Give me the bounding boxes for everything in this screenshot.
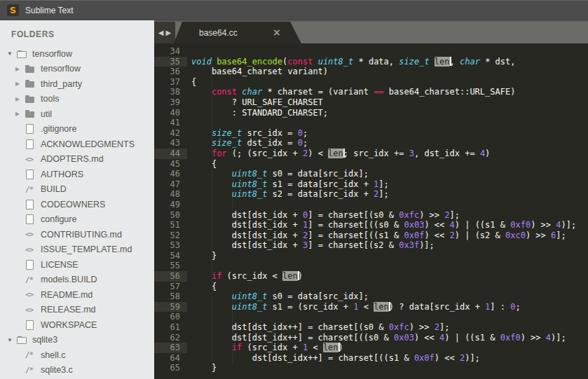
- line-number: 62: [154, 333, 187, 343]
- sidebar-item-readme-md[interactable]: <>README.md: [0, 287, 154, 303]
- code-line-64[interactable]: 64 dst[dst_idx++] = charset[((s1 & 0x0f)…: [154, 353, 588, 364]
- code-line-38[interactable]: 38 const char * charset = (variant == ba…: [154, 87, 588, 97]
- sidebar-item-sqlite3[interactable]: ▼sqlite3: [0, 333, 154, 348]
- code-line-61[interactable]: 61 dst[dst_idx++] = charset[(s0 & 0xfc) …: [154, 322, 588, 333]
- sidebar-item-third-party[interactable]: ▶third_party: [0, 76, 154, 92]
- tab-close-icon[interactable]: ×: [273, 27, 281, 38]
- folder-icon: [25, 97, 34, 103]
- chevron-expanded-icon[interactable]: ▼: [7, 337, 17, 343]
- code-line-43[interactable]: 43 size_t dst_idx = 0;: [154, 138, 588, 149]
- code-editor[interactable]: 3435void base64_encode(const uint8_t * d…: [154, 43, 588, 379]
- tab-scroll-right-icon[interactable]: ▶: [166, 29, 172, 36]
- sidebar-item-tensorflow[interactable]: ▼tensorflow: [0, 46, 154, 62]
- code-line-57[interactable]: 57 {: [154, 282, 588, 292]
- sidebar-item-authors[interactable]: AUTHORS: [0, 167, 154, 182]
- line-number: 54: [154, 251, 187, 261]
- line-number: 39: [154, 97, 187, 108]
- code-line-36[interactable]: 36 base64_charset variant): [154, 67, 588, 77]
- code-line-42[interactable]: 42 size_t src_idx = 0;: [154, 128, 588, 139]
- editor-pane[interactable]: ◀ ▶ base64.cc × 3435void base64_encode(c…: [154, 20, 588, 379]
- code-line-58[interactable]: 58 uint8_t s0 = data[src_idx];: [154, 291, 588, 302]
- code-line-44[interactable]: 44 for (; (src_idx + 2) < len; src_idx +…: [154, 149, 588, 159]
- code-line-37[interactable]: 37{: [154, 77, 588, 88]
- code-line-41[interactable]: 41: [154, 118, 588, 128]
- folder-icon: [25, 81, 34, 88]
- sidebar-item-adopters-md[interactable]: <>ADOPTERS.md: [0, 152, 154, 167]
- chevron-collapsed-icon[interactable]: ▶: [15, 96, 25, 102]
- tab-scroll-left-icon[interactable]: ◀: [158, 29, 164, 36]
- sidebar-item-acknowledgments[interactable]: ACKNOWLEDGMENTS: [0, 137, 154, 152]
- tab-base64[interactable]: base64.cc ×: [174, 22, 301, 43]
- code-token: if: [212, 271, 221, 281]
- tab-scroll-buttons[interactable]: ◀ ▶: [154, 22, 175, 43]
- code-line-45[interactable]: 45 {: [154, 159, 588, 170]
- file-icon: [26, 320, 34, 330]
- tree-item-label: CONTRIBUTING.md: [41, 230, 122, 240]
- code-line-35[interactable]: 35void base64_encode(const uint8_t * dat…: [154, 57, 588, 67]
- chevron-expanded-icon[interactable]: ▼: [7, 50, 17, 57]
- code-token: ) <: [308, 149, 328, 158]
- tree-item-label: ADOPTERS.md: [41, 154, 104, 164]
- code-line-62[interactable]: 62 dst[dst_idx++] = charset[((s0 & 0x03)…: [154, 333, 588, 343]
- code-line-55[interactable]: 55: [154, 261, 588, 271]
- sidebar-item-configure[interactable]: configure: [0, 212, 154, 228]
- tree-item-iconbox: [25, 170, 36, 179]
- sidebar-item-codeowners[interactable]: CODEOWNERS: [0, 197, 154, 212]
- tree-item-label: .gitignore: [41, 124, 76, 134]
- selected-match: len: [282, 271, 298, 281]
- selected-match: len: [435, 57, 450, 67]
- code-line-46[interactable]: 46 uint8_t s0 = data[src_idx];: [154, 169, 588, 179]
- code-token: 0: [298, 138, 303, 148]
- code-line-47[interactable]: 47 uint8_t s1 = data[src_idx + 1];: [154, 179, 588, 190]
- code-line-59[interactable]: 59 uint8_t s1 = (src_idx + 1 < len) ? da…: [154, 302, 588, 312]
- sidebar-item-release-md[interactable]: <>RELEASE.md: [0, 303, 154, 318]
- chevron-collapsed-icon[interactable]: ▶: [15, 111, 25, 117]
- sidebar-item-build[interactable]: /*BUILD: [0, 182, 154, 198]
- code-token: ;: [303, 128, 308, 138]
- chevron-collapsed-icon[interactable]: ▶: [15, 66, 25, 72]
- sidebar-item--gitignore[interactable]: .gitignore: [0, 122, 154, 137]
- sidebar-item-tensorflow[interactable]: ▶tensorflow: [0, 62, 154, 77]
- code-lines[interactable]: 3435void base64_encode(const uint8_t * d…: [154, 43, 588, 373]
- code-line-49[interactable]: 49: [154, 200, 588, 210]
- code-token: dst[dst_idx +: [191, 230, 303, 240]
- sidebar-item-shell-c[interactable]: /*shell.c: [0, 347, 154, 363]
- code-line-48[interactable]: 48 uint8_t s2 = data[src_idx + 2];: [154, 189, 588, 200]
- code-text: [187, 46, 191, 57]
- code-line-54[interactable]: 54 }: [154, 251, 588, 261]
- file-icon: [26, 260, 34, 270]
- code-token: [191, 138, 212, 148]
- sidebar-item-sqlite3-c[interactable]: /*sqlite3.c: [0, 363, 154, 378]
- sidebar[interactable]: FOLDERS ▼tensorflow▶tensorflow▶third_par…: [0, 20, 154, 379]
- code-token: if: [232, 343, 242, 352]
- code-token: [191, 291, 232, 301]
- code-line-40[interactable]: 40 : STANDARD_CHARSET;: [154, 108, 588, 118]
- sidebar-item-contributing-md[interactable]: <>CONTRIBUTING.md: [0, 227, 154, 242]
- code-line-53[interactable]: 53 dst[dst_idx + 3] = charset[(s2 & 0x3f…: [154, 240, 588, 251]
- code-line-39[interactable]: 39 ? URL_SAFE_CHARSET: [154, 97, 588, 108]
- chevron-collapsed-icon[interactable]: ▶: [15, 81, 25, 87]
- sidebar-item-tools[interactable]: ▶tools: [0, 92, 154, 107]
- sidebar-item-workspace[interactable]: WORKSPACE: [0, 317, 154, 333]
- sidebar-item-license[interactable]: LICENSE: [0, 257, 154, 273]
- code-token: dst[dst_idx++] = charset[((s0 &: [191, 333, 394, 343]
- code-token: 0x03: [404, 220, 424, 230]
- window-titlebar[interactable]: S Sublime Text: [0, 0, 588, 20]
- code-line-56[interactable]: 56 if (src_idx < len): [154, 271, 588, 282]
- folder-tree[interactable]: ▼tensorflow▶tensorflow▶third_party▶tools…: [0, 46, 154, 378]
- code-token: ==: [374, 87, 383, 97]
- sidebar-item-issue-template-md[interactable]: <>ISSUE_TEMPLATE.md: [0, 242, 154, 258]
- tree-item-label: AUTHORS: [41, 170, 83, 179]
- code-line-52[interactable]: 52 dst[dst_idx + 2] = charset[((s1 & 0x0…: [154, 230, 588, 241]
- code-line-63[interactable]: 63 if (src_idx + 1 < len): [154, 343, 588, 353]
- code-line-60[interactable]: 60: [154, 312, 588, 322]
- tree-item-label: README.md: [41, 290, 93, 300]
- sidebar-item-models-build[interactable]: /*models.BUILD: [0, 273, 154, 288]
- code-line-34[interactable]: 34: [154, 46, 588, 57]
- selected-match: len: [374, 302, 389, 312]
- code-line-50[interactable]: 50 dst[dst_idx + 0] = charset[(s0 & 0xfc…: [154, 210, 588, 221]
- sidebar-item-util[interactable]: ▶util: [0, 106, 154, 122]
- code-line-65[interactable]: 65 }: [154, 363, 588, 373]
- code-token: void: [191, 57, 212, 67]
- code-line-51[interactable]: 51 dst[dst_idx + 1] = charset[((s0 & 0x0…: [154, 220, 588, 230]
